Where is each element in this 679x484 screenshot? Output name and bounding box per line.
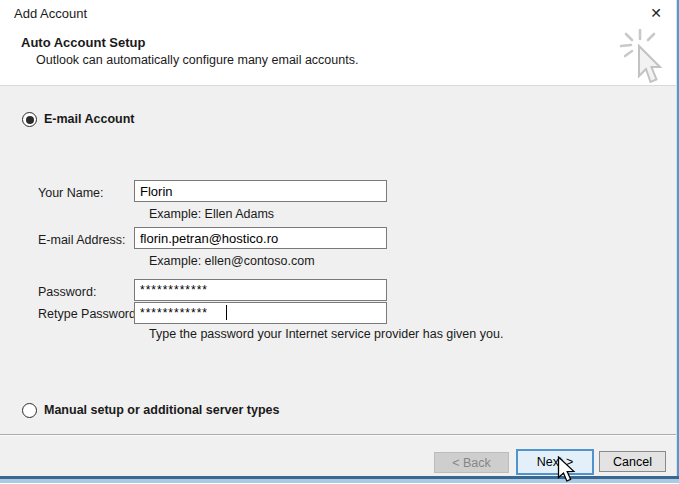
auto-setup-cursor-icon: [618, 29, 668, 93]
manual-setup-radio[interactable]: [22, 403, 37, 418]
cancel-button[interactable]: Cancel: [599, 451, 666, 472]
add-account-dialog: Add Account ✕ Auto Account Setup Outlook…: [0, 0, 679, 484]
next-button[interactable]: Next >: [516, 449, 594, 475]
header-title: Auto Account Setup: [21, 35, 145, 50]
header-subtitle: Outlook can automatically configure many…: [36, 53, 358, 67]
title-bar: Add Account ✕: [0, 0, 676, 28]
mouse-cursor-icon: [557, 456, 576, 484]
email-address-label: E-mail Address:: [38, 233, 126, 247]
retype-password-label: Retype Password:: [38, 307, 139, 321]
password-hint: Type the password your Internet service …: [149, 327, 503, 341]
manual-setup-label: Manual setup or additional server types: [44, 403, 279, 417]
window-title: Add Account: [14, 6, 87, 21]
email-address-example: Example: ellen@contoso.com: [149, 254, 315, 268]
close-icon: ✕: [650, 5, 662, 21]
footer-separator: [0, 434, 676, 435]
back-button[interactable]: < Back: [434, 452, 509, 473]
text-caret: [226, 305, 227, 320]
password-input[interactable]: [134, 279, 387, 301]
your-name-input[interactable]: [134, 180, 387, 202]
your-name-label: Your Name:: [38, 186, 104, 200]
wizard-header: Auto Account Setup Outlook can automatic…: [0, 28, 676, 86]
email-account-label: E-mail Account: [44, 112, 135, 126]
email-account-radio[interactable]: [22, 112, 37, 127]
password-label: Password:: [38, 285, 96, 299]
close-button[interactable]: ✕: [642, 2, 670, 24]
retype-password-input[interactable]: [134, 302, 387, 324]
your-name-example: Example: Ellen Adams: [149, 207, 274, 221]
email-address-input[interactable]: [134, 227, 387, 249]
